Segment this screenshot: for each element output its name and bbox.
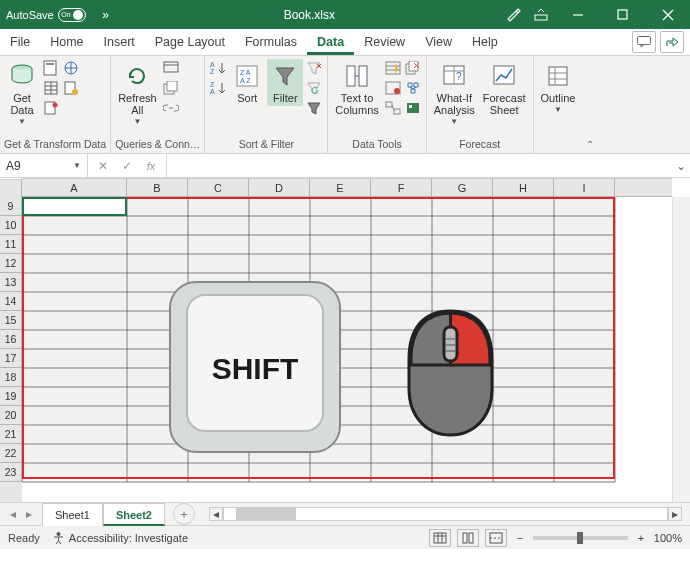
row-header-21[interactable]: 21 — [0, 425, 22, 444]
close-button[interactable] — [645, 0, 690, 29]
row-header-20[interactable]: 20 — [0, 406, 22, 425]
tab-formulas[interactable]: Formulas — [235, 29, 307, 55]
horizontal-scrollbar[interactable] — [223, 507, 668, 521]
hscroll-left-icon[interactable]: ◂ — [209, 507, 223, 521]
from-table-icon[interactable] — [42, 79, 60, 97]
outline-button[interactable]: Outline ▼ — [538, 59, 579, 116]
row-header-23[interactable]: 23 — [0, 463, 22, 482]
hscroll-thumb[interactable] — [236, 508, 296, 520]
sort-desc-icon[interactable]: ZA — [209, 79, 227, 97]
flash-fill-icon[interactable] — [384, 59, 402, 77]
from-web-icon[interactable] — [62, 59, 80, 77]
row-header-11[interactable]: 11 — [0, 235, 22, 254]
select-all-corner[interactable] — [0, 179, 22, 198]
quick-access-more[interactable]: » — [92, 1, 120, 29]
zoom-thumb[interactable] — [577, 532, 583, 544]
row-header-16[interactable]: 16 — [0, 330, 22, 349]
tab-review[interactable]: Review — [354, 29, 415, 55]
minimize-button[interactable] — [555, 0, 600, 29]
properties-icon[interactable] — [162, 79, 180, 97]
row-header-9[interactable]: 9 — [0, 197, 22, 216]
new-sheet-button[interactable]: ＋ — [173, 503, 195, 525]
share-button[interactable] — [660, 31, 684, 53]
consolidate-icon[interactable] — [404, 79, 422, 97]
sheet-nav-next-icon[interactable]: ▸ — [26, 507, 32, 521]
filter-button[interactable]: Filter — [267, 59, 303, 106]
row-header-19[interactable]: 19 — [0, 387, 22, 406]
data-validation-icon[interactable] — [384, 79, 402, 97]
row-header-22[interactable]: 22 — [0, 444, 22, 463]
from-text-icon[interactable] — [42, 59, 60, 77]
ribbon-options-icon[interactable] — [527, 0, 555, 28]
col-header-B[interactable]: B — [127, 179, 188, 196]
row-header-17[interactable]: 17 — [0, 349, 22, 368]
col-header-D[interactable]: D — [249, 179, 310, 196]
sheet-nav[interactable]: ◂ ▸ — [0, 507, 42, 521]
sheet-tab-1[interactable]: Sheet1 — [42, 503, 103, 526]
refresh-all-button[interactable]: Refresh All ▼ — [115, 59, 160, 128]
data-model-icon[interactable] — [404, 99, 422, 117]
cells[interactable]: SHIFT — [22, 197, 672, 502]
row-header-13[interactable]: 13 — [0, 273, 22, 292]
autosave-toggle[interactable]: On — [58, 8, 86, 22]
forecast-sheet-button[interactable]: Forecast Sheet — [480, 59, 529, 118]
relationships-icon[interactable] — [384, 99, 402, 117]
get-data-button[interactable]: Get Data ▼ — [4, 59, 40, 128]
svg-point-77 — [56, 532, 60, 536]
row-header-18[interactable]: 18 — [0, 368, 22, 387]
queries-icon[interactable] — [162, 59, 180, 77]
reapply-icon[interactable] — [305, 79, 323, 97]
row-header-14[interactable]: 14 — [0, 292, 22, 311]
col-header-E[interactable]: E — [310, 179, 371, 196]
zoom-in-button[interactable]: + — [634, 532, 648, 544]
row-header-10[interactable]: 10 — [0, 216, 22, 235]
tab-help[interactable]: Help — [462, 29, 508, 55]
comments-button[interactable] — [632, 31, 656, 53]
cancel-formula-icon[interactable]: ✕ — [92, 156, 114, 176]
advanced-filter-icon[interactable] — [305, 99, 323, 117]
view-normal-icon[interactable] — [429, 529, 451, 547]
hscroll-right-icon[interactable]: ▸ — [668, 507, 682, 521]
col-header-H[interactable]: H — [493, 179, 554, 196]
fx-icon[interactable]: fx — [140, 156, 162, 176]
col-header-A[interactable]: A — [22, 179, 127, 196]
sort-button[interactable]: Z AA Z Sort — [229, 59, 265, 106]
worksheet-grid[interactable]: ABCDEFGHI 91011121314151617181920212223 … — [0, 178, 690, 502]
remove-dup-icon[interactable] — [404, 59, 422, 77]
clear-filter-icon[interactable] — [305, 59, 323, 77]
tab-view[interactable]: View — [415, 29, 462, 55]
view-page-break-icon[interactable] — [485, 529, 507, 547]
formula-input[interactable] — [167, 154, 672, 177]
vertical-scrollbar[interactable] — [672, 197, 690, 502]
view-page-layout-icon[interactable] — [457, 529, 479, 547]
sheet-tab-2[interactable]: Sheet2 — [103, 503, 165, 526]
accessibility-status[interactable]: Accessibility: Investigate — [52, 531, 188, 544]
row-header-12[interactable]: 12 — [0, 254, 22, 273]
col-header-I[interactable]: I — [554, 179, 615, 196]
recent-sources-icon[interactable] — [62, 79, 80, 97]
col-header-G[interactable]: G — [432, 179, 493, 196]
autosave-control[interactable]: AutoSave On — [6, 8, 86, 22]
tab-file[interactable]: File — [0, 29, 40, 55]
maximize-button[interactable] — [600, 0, 645, 29]
pen-icon[interactable] — [499, 0, 527, 28]
zoom-slider[interactable] — [533, 536, 628, 540]
existing-conn-icon[interactable] — [42, 99, 60, 117]
sort-asc-icon[interactable]: AZ — [209, 59, 227, 77]
tab-home[interactable]: Home — [40, 29, 93, 55]
edit-links-icon[interactable] — [162, 99, 180, 117]
col-header-C[interactable]: C — [188, 179, 249, 196]
zoom-out-button[interactable]: − — [513, 532, 527, 544]
text-to-columns-button[interactable]: Text to Columns — [332, 59, 381, 118]
sheet-nav-prev-icon[interactable]: ◂ — [10, 507, 16, 521]
tab-page-layout[interactable]: Page Layout — [145, 29, 235, 55]
tab-insert[interactable]: Insert — [94, 29, 145, 55]
col-header-F[interactable]: F — [371, 179, 432, 196]
collapse-ribbon-button[interactable]: ⌃ — [582, 56, 598, 153]
expand-formula-bar-icon[interactable]: ⌄ — [672, 159, 690, 173]
enter-formula-icon[interactable]: ✓ — [116, 156, 138, 176]
name-box[interactable]: A9 ▼ — [0, 154, 88, 177]
row-header-15[interactable]: 15 — [0, 311, 22, 330]
what-if-button[interactable]: ? What-If Analysis ▼ — [431, 59, 478, 128]
tab-data[interactable]: Data — [307, 29, 354, 55]
